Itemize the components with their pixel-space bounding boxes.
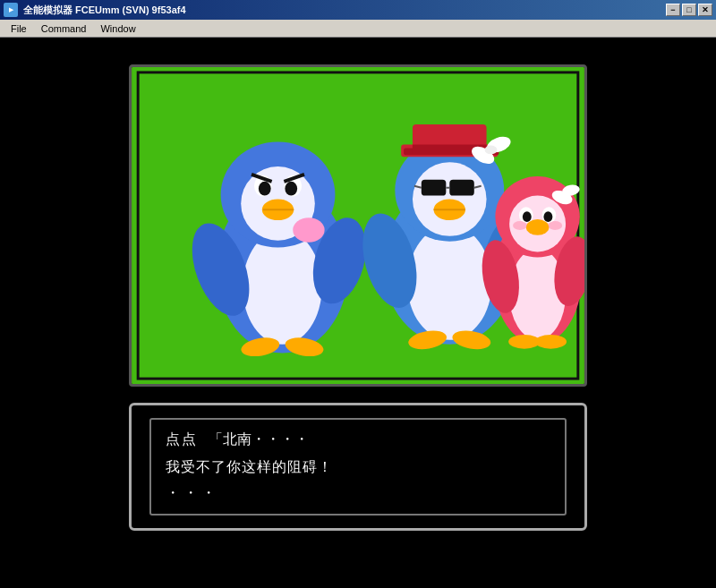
dialogue-speaker: 点点 <box>166 430 198 449</box>
close-button[interactable]: ✕ <box>698 4 712 16</box>
svg-point-48 <box>543 211 552 222</box>
main-window: ▶ 全能模拟器 FCEUmm (SVN) 9f53af4 − □ ✕ File … <box>0 0 716 588</box>
maximize-button[interactable]: □ <box>682 4 696 16</box>
svg-point-57 <box>535 335 567 349</box>
svg-point-16 <box>293 217 324 243</box>
dialogue-line3: ・・・ <box>166 484 550 503</box>
app-icon: ▶ <box>4 3 18 17</box>
window-title: 全能模拟器 FCEUmm (SVN) 9f53af4 <box>23 4 186 17</box>
menu-file[interactable]: File <box>4 21 34 36</box>
svg-point-49 <box>526 219 550 235</box>
title-bar-buttons: − □ ✕ <box>666 4 712 16</box>
svg-rect-23 <box>422 180 447 196</box>
title-bar: ▶ 全能模拟器 FCEUmm (SVN) 9f53af4 − □ ✕ <box>0 0 716 20</box>
svg-point-10 <box>285 182 297 196</box>
game-screen <box>129 64 587 387</box>
svg-point-51 <box>548 221 562 230</box>
dialogue-inner: 点点 「北南・・・・ 我受不了你这样的阻碍！ ・・・ <box>149 418 567 516</box>
nes-scene-svg <box>132 67 584 384</box>
screen-border <box>129 64 587 387</box>
game-area: 点点 「北南・・・・ 我受不了你这样的阻碍！ ・・・ <box>0 38 716 588</box>
svg-point-20 <box>407 226 491 340</box>
svg-point-46 <box>523 211 532 222</box>
svg-point-50 <box>513 221 527 230</box>
svg-point-40 <box>485 146 498 155</box>
dialogue-line2: 我受不了你这样的阻碍！ <box>166 458 550 477</box>
menu-bar: File Command Window <box>0 20 716 38</box>
title-bar-left: ▶ 全能模拟器 FCEUmm (SVN) 9f53af4 <box>4 3 186 17</box>
dialogue-first-line: 点点 「北南・・・・ <box>166 430 550 451</box>
svg-point-7 <box>259 182 271 196</box>
menu-window[interactable]: Window <box>93 21 142 36</box>
minimize-button[interactable]: − <box>666 4 680 16</box>
menu-command[interactable]: Command <box>34 21 94 36</box>
dialogue-box: 点点 「北南・・・・ 我受不了你这样的阻碍！ ・・・ <box>129 403 587 531</box>
svg-rect-24 <box>449 180 474 196</box>
dialogue-line1: 「北南・・・・ <box>209 430 309 449</box>
